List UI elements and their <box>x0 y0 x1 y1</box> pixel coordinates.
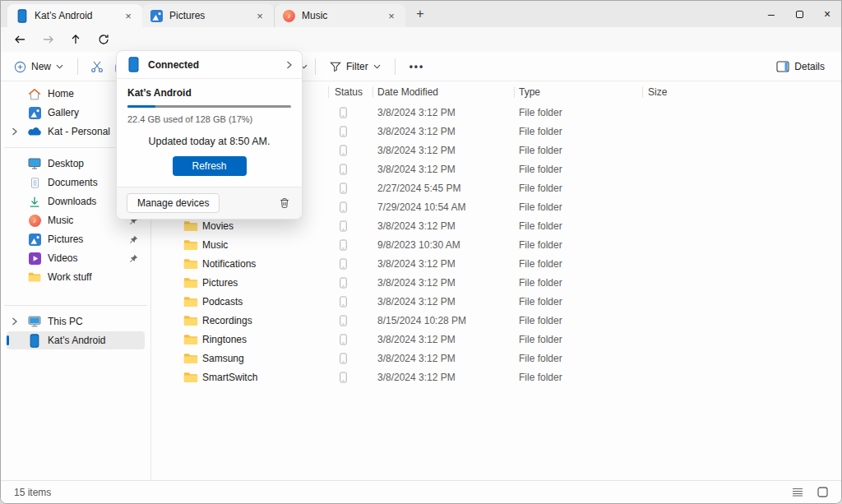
file-status-cell <box>328 315 372 326</box>
file-date-modified: 3/8/2024 3:12 PM <box>372 126 514 137</box>
file-type: File folder <box>514 145 642 156</box>
tab-label: Kat’s Android <box>35 10 114 21</box>
trash-icon <box>279 197 290 209</box>
file-date-modified: 3/8/2024 3:12 PM <box>372 296 514 307</box>
maximize-button[interactable] <box>785 1 813 27</box>
sidebar-item-label: This PC <box>48 316 129 327</box>
new-tab-button[interactable]: + <box>409 2 432 25</box>
column-header-status[interactable]: Status <box>335 86 363 98</box>
column-header-date-modified[interactable]: Date Modified <box>377 86 438 98</box>
tab-close-button[interactable]: × <box>384 8 399 23</box>
funnel-icon <box>330 61 341 72</box>
file-type: File folder <box>514 353 642 364</box>
file-date-modified: 3/8/2024 3:12 PM <box>372 258 514 270</box>
sidebar-item-videos[interactable]: Videos <box>7 249 145 267</box>
column-separator[interactable] <box>514 86 515 98</box>
navigation-row: Kat’s Android <box>1 27 841 52</box>
pictures-icon <box>28 233 41 246</box>
table-row[interactable]: Pictures 3/8/2024 3:12 PM File folder <box>151 273 841 292</box>
device-popup-body: Kat’s Android 22.4 GB used of 128 GB (17… <box>117 79 302 176</box>
table-row[interactable]: SmartSwitch 3/8/2024 3:12 PM File folder <box>151 368 841 386</box>
sidebar-item-label: Pictures <box>48 234 129 245</box>
expand-chevron-icon[interactable] <box>7 127 28 136</box>
tab-strip: Kat’s Android × Pictures × ♪ Music × <box>1 1 405 27</box>
sidebar-item-work-stuff[interactable]: Work stuff <box>7 268 145 286</box>
large-icons-view-button[interactable] <box>812 483 833 502</box>
view-toggles <box>787 483 833 502</box>
details-pane-button[interactable]: Details <box>770 55 831 78</box>
file-name-cell: Notifications <box>151 258 328 270</box>
manage-devices-button[interactable]: Manage devices <box>127 193 220 213</box>
file-type: File folder <box>514 258 642 270</box>
minimize-button[interactable]: – <box>757 1 785 27</box>
sidebar-divider <box>4 305 147 306</box>
column-separator[interactable] <box>642 86 643 98</box>
file-explorer-window: Kat’s Android × Pictures × ♪ Music × + –… <box>0 0 842 504</box>
tab[interactable]: Kat’s Android × <box>7 4 142 27</box>
music-note-glyph: ♪ <box>33 217 37 224</box>
forward-button[interactable] <box>35 29 60 50</box>
large-icons-view-icon <box>817 487 828 497</box>
music-icon: ♪ <box>28 214 41 227</box>
storage-progress-bar <box>127 105 291 108</box>
tab[interactable]: Pictures × <box>142 4 274 27</box>
file-name: Podcasts <box>202 296 243 307</box>
file-status-cell <box>328 145 372 156</box>
tab-close-button[interactable]: × <box>252 8 267 23</box>
file-status-cell <box>328 353 372 364</box>
cut-button[interactable] <box>86 55 109 78</box>
remove-device-button[interactable] <box>277 196 292 210</box>
file-date-modified: 8/15/2024 10:28 PM <box>372 315 514 326</box>
expand-chevron-icon[interactable] <box>7 317 28 326</box>
column-header-size[interactable]: Size <box>648 86 667 98</box>
table-row[interactable]: Music 9/8/2023 10:30 AM File folder <box>151 235 841 254</box>
details-view-button[interactable] <box>787 483 808 502</box>
file-date-modified: 3/8/2024 3:12 PM <box>372 353 514 364</box>
videos-icon <box>28 252 41 265</box>
sidebar-item-kat-s-android[interactable]: Kat’s Android <box>7 331 145 349</box>
toolbar-divider <box>395 58 396 75</box>
home-icon <box>28 87 41 100</box>
folder-icon <box>183 239 198 251</box>
tab-close-button[interactable]: × <box>121 8 136 23</box>
filter-button[interactable]: Filter <box>323 55 387 78</box>
refresh-device-button[interactable]: Refresh <box>173 156 247 176</box>
file-name: Notifications <box>202 258 256 270</box>
refresh-button[interactable] <box>91 29 116 50</box>
sidebar-item-this-pc[interactable]: This PC <box>7 312 145 331</box>
toolbar-divider <box>77 58 78 75</box>
details-view-icon <box>792 488 803 497</box>
column-header-type[interactable]: Type <box>519 86 540 98</box>
table-row[interactable]: Recordings 8/15/2024 10:28 PM File folde… <box>151 311 841 330</box>
up-button[interactable] <box>63 29 88 50</box>
folder-icon <box>183 296 198 307</box>
toolbar-divider <box>315 58 316 75</box>
file-date-modified: 3/8/2024 3:12 PM <box>372 145 514 156</box>
new-button[interactable]: New <box>7 55 70 78</box>
file-name-cell: Pictures <box>151 277 328 289</box>
tab[interactable]: ♪ Music × <box>274 4 405 27</box>
sidebar-item-pictures[interactable]: Pictures <box>7 230 145 248</box>
column-separator[interactable] <box>372 86 373 98</box>
see-more-button[interactable]: ••• <box>403 55 432 78</box>
status-bar: 15 items <box>1 480 841 503</box>
chevron-down-icon <box>373 64 381 69</box>
folder-icon <box>183 277 198 289</box>
file-date-modified: 3/8/2024 3:12 PM <box>372 334 514 345</box>
table-row[interactable]: Notifications 3/8/2024 3:12 PM File fold… <box>151 254 841 273</box>
table-row[interactable]: Podcasts 3/8/2024 3:12 PM File folder <box>151 292 841 311</box>
tab-label: Music <box>302 10 377 21</box>
table-row[interactable]: Ringtones 3/8/2024 3:12 PM File folder <box>151 330 841 349</box>
device-popup-header[interactable]: Connected <box>117 51 302 79</box>
on-device-status-icon <box>340 201 347 213</box>
updated-text: Updated today at 8:50 AM. <box>127 136 291 147</box>
table-row[interactable]: Samsung 3/8/2024 3:12 PM File folder <box>151 349 841 368</box>
close-button[interactable]: × <box>813 1 841 27</box>
pictures-icon <box>150 9 163 23</box>
item-count: 15 items <box>14 487 51 498</box>
desktop-icon <box>28 157 41 170</box>
file-name: SmartSwitch <box>202 372 257 383</box>
details-pane-label: Details <box>794 61 825 72</box>
column-separator[interactable] <box>328 86 329 98</box>
back-button[interactable] <box>7 29 32 50</box>
